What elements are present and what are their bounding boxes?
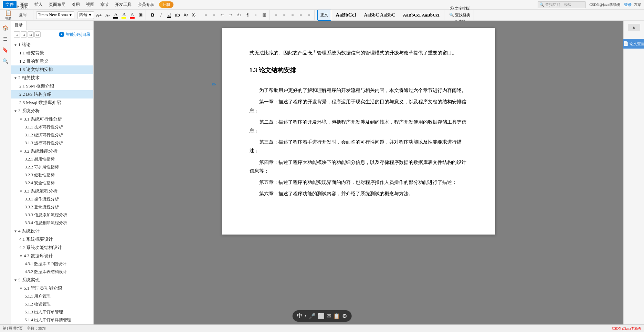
toc-item-5.1.2[interactable]: 5.1.2 物资管理	[11, 300, 93, 308]
float-mail-icon[interactable]: ✉	[327, 313, 331, 319]
toc-item-3.2[interactable]: ▼ 3.2 系统性能分析	[11, 147, 93, 155]
font-name-selector[interactable]: Times New Roma ▼	[36, 11, 74, 19]
style-zhengwen[interactable]: 正文	[317, 10, 331, 21]
toc-item-4[interactable]: ▼ 4 系统设计	[11, 227, 93, 235]
toc-item-3.3.3[interactable]: 3.3.3 信息添加流程分析	[11, 211, 93, 219]
upgrade-button[interactable]: 升职	[159, 1, 173, 8]
list-ordered[interactable]: ≡	[210, 11, 218, 19]
toc-item-5.1.3[interactable]: 5.1.3 出入库订单管理	[11, 308, 93, 316]
float-line-icon[interactable]: ⬜	[318, 313, 325, 319]
toc-item-5.1.4[interactable]: 5.1.4 出入库订单详情管理	[11, 316, 93, 324]
menu-page-layout[interactable]: 页面布局	[46, 1, 68, 8]
indent-increase[interactable]: ⇥	[227, 11, 234, 19]
toc-item-3.2.2[interactable]: 3.2.2 可扩展性指标	[11, 163, 93, 171]
toc-item-5.1.1[interactable]: 5.1.1 用户管理	[11, 292, 93, 300]
toc-item-3.1.1[interactable]: 3.1.1 技术可行性分析	[11, 123, 93, 131]
help-btn[interactable]: 方案	[634, 2, 641, 7]
find-replace-btn[interactable]: 🔍 查找替换	[448, 12, 472, 18]
toc-item-3.3[interactable]: ▼ 3.3 系统流程分析	[11, 187, 93, 195]
strikethrough-button[interactable]: ab	[173, 11, 181, 19]
list-unordered[interactable]: ≡	[202, 11, 210, 19]
cut-button[interactable]: ✂ ✂ 剪切剪切	[14, 3, 32, 11]
sort-btn[interactable]: A↕	[235, 11, 243, 19]
font-size-decrease[interactable]: A-	[104, 11, 111, 19]
border-btn[interactable]: ▣	[137, 11, 144, 19]
italic-button[interactable]: I	[157, 11, 165, 19]
font-color-btn[interactable]: A	[112, 11, 119, 19]
toc-item-3.2.3[interactable]: 3.2.3 健壮性指标	[11, 171, 93, 179]
indent-decrease[interactable]: ⇤	[219, 11, 226, 19]
search-sidebar-icon[interactable]: 🔍	[1, 57, 10, 65]
toc-item-3.1.3[interactable]: 3.1.3 运行可行性分析	[11, 139, 93, 147]
toc-item-4.3[interactable]: ▼ 4.3 数据库设计	[11, 252, 93, 260]
toc-item-2[interactable]: ▼ 2 相关技术	[11, 74, 93, 82]
toc-tab[interactable]: 目录	[11, 21, 27, 30]
toc-item-5[interactable]: ▼ 5 系统实现	[11, 276, 93, 284]
toc-ctrl-expand[interactable]: □	[21, 31, 27, 38]
menu-chapter[interactable]: 章节	[98, 1, 112, 8]
search-functions-input[interactable]: 🔍 查找功能、模板	[538, 1, 586, 8]
align-right[interactable]: ≡	[289, 11, 296, 19]
toc-item-3[interactable]: ▼ 3 系统分析	[11, 107, 93, 115]
float-settings-icon[interactable]: ⚙	[342, 313, 347, 319]
style-biaoti3[interactable]: AaBbCcI AaBbCcI	[400, 10, 443, 21]
toc-item-4.3.2[interactable]: 4.3.2 数据库表结构设计	[11, 268, 93, 276]
toc-item-2.1[interactable]: 2.1 SSM 框架介绍	[11, 82, 93, 90]
toc-item-1.1[interactable]: 1.1 研究背景	[11, 49, 93, 57]
float-mic-icon[interactable]: 🎤	[309, 313, 316, 319]
review-button[interactable]: 📄 论文查重	[620, 39, 644, 49]
menu-view[interactable]: 视图	[83, 1, 97, 8]
document-area[interactable]: ✏ 式无法比拟的。因此农产品仓库管理系统为数据信息的管理模式的升级与改革提供了重…	[94, 21, 623, 324]
style-biaoti1[interactable]: AaBbCcI	[332, 10, 359, 21]
toc-item-1.3[interactable]: 1.3 论文结构安排	[11, 65, 93, 74]
toc-item-4.1[interactable]: 4.1 系统概要设计	[11, 235, 93, 243]
menu-dev-tools[interactable]: 开发工具	[112, 1, 134, 8]
login-btn[interactable]: 登录	[624, 2, 632, 7]
toc-item-3.3.2[interactable]: 3.3.2 登录流程分析	[11, 203, 93, 211]
toc-item-4.3.1[interactable]: 4.3.1 数据库 E-R图设计	[11, 260, 93, 268]
toc-item-5.1[interactable]: ▼ 5.1 管理员功能介绍	[11, 284, 93, 292]
superscript-button[interactable]: X²	[182, 11, 189, 19]
toc-icon[interactable]: ☰	[1, 35, 10, 43]
columns[interactable]: ▥	[260, 11, 268, 19]
bookmark-icon[interactable]: 🔖	[1, 46, 10, 54]
wenzi-paiban-btn[interactable]: Ⓐ 文字排版	[448, 6, 471, 11]
home-icon[interactable]: 🏠	[1, 24, 10, 32]
toc-ctrl-refresh[interactable]: □	[34, 31, 41, 38]
copy-button[interactable]: 复制	[14, 11, 32, 19]
paste-button[interactable]: 📋 粘贴	[3, 11, 13, 19]
menu-member[interactable]: 会员专享	[135, 1, 157, 8]
font-color-red-btn[interactable]: A	[128, 11, 136, 19]
toc-item-3.2.4[interactable]: 3.2.4 安全性指标	[11, 179, 93, 187]
toc-item-2.3[interactable]: 2.3 Mysql 数据库介绍	[11, 98, 93, 107]
font-size-selector[interactable]: 四号 ▼	[77, 11, 94, 19]
float-clipboard-icon[interactable]: 📋	[333, 313, 340, 319]
scroll-up-button[interactable]: ▲	[628, 24, 640, 31]
bold-button[interactable]: B	[149, 11, 156, 19]
paragraph-marks[interactable]: ¶	[244, 11, 251, 19]
toc-item-2.2[interactable]: 2.2 B/S 结构介绍	[11, 90, 93, 98]
highlight-btn[interactable]: A	[120, 11, 128, 19]
align-distribute[interactable]: ≡	[305, 11, 313, 19]
menu-insert[interactable]: 插入	[32, 1, 45, 8]
float-chinese-icon[interactable]: 中	[297, 312, 303, 320]
toc-item-1.2[interactable]: 1.2 目的和意义	[11, 57, 93, 65]
align-left[interactable]: ≡	[272, 11, 280, 19]
toc-item-4.2[interactable]: 4.2 系统功能结构设计	[11, 243, 93, 252]
toc-item-1[interactable]: ▼ 1 绪论	[11, 41, 93, 49]
toc-item-3.1[interactable]: ▼ 3.1 系统可行性分析	[11, 115, 93, 123]
subscript-button[interactable]: X₂	[190, 11, 198, 19]
align-justify[interactable]: ≡	[297, 11, 305, 19]
font-size-increase[interactable]: A+	[95, 11, 103, 19]
toc-item-3.2.1[interactable]: 3.2.1 易用性指标	[11, 155, 93, 163]
smart-toc-button[interactable]: ✦ 智能识别目录	[59, 32, 91, 38]
style-biaoti2[interactable]: AaBbC AaBbC	[361, 10, 398, 21]
line-spacing[interactable]: ↕	[252, 11, 260, 19]
toc-item-3.3.4[interactable]: 3.3.4 信息删除流程分析	[11, 219, 93, 227]
toc-ctrl-collapse[interactable]: □	[28, 31, 34, 38]
toc-item-3.3.1[interactable]: 3.3.1 操作流程分析	[11, 195, 93, 203]
toc-ctrl-select-all[interactable]: □	[14, 31, 20, 38]
align-center[interactable]: ≡	[281, 11, 288, 19]
toc-item-3.1.2[interactable]: 3.1.2 经济可行性分析	[11, 131, 93, 139]
float-dot-icon[interactable]: •	[305, 313, 307, 319]
